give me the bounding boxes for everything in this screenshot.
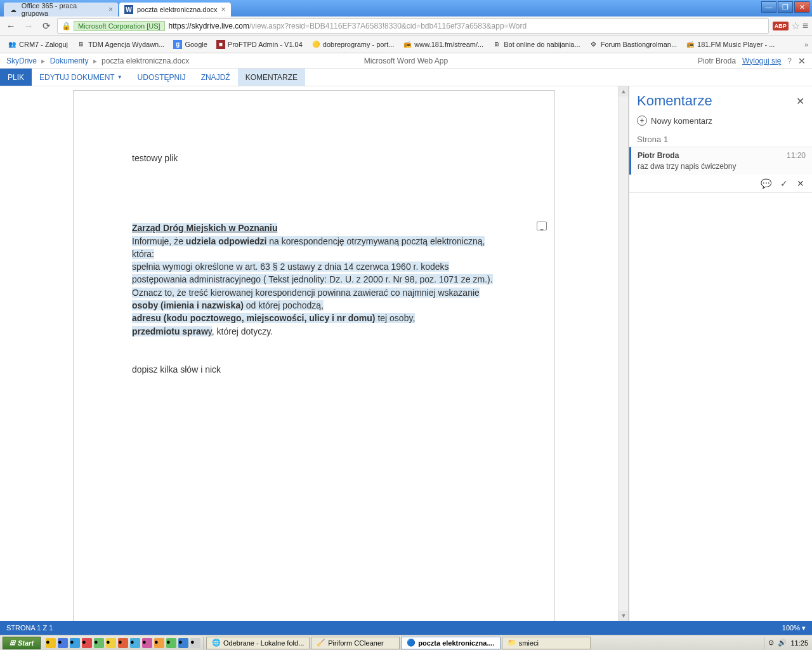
new-comment-label: Nowy komentarz xyxy=(651,116,712,126)
ql-icon[interactable]: ● xyxy=(130,638,140,648)
bookmark-item[interactable]: 🟡dobreprogramy - port... xyxy=(308,38,398,51)
ql-icon[interactable]: ● xyxy=(106,638,116,648)
browser-tab-active[interactable]: W poczta elektroniczna.docx × xyxy=(119,3,231,17)
resolve-icon[interactable]: ✓ xyxy=(780,178,788,189)
status-page[interactable]: STRONA 1 Z 1 xyxy=(6,624,53,632)
tab-title: Office 365 - praca grupowa xyxy=(22,2,105,17)
word-icon: W xyxy=(124,5,133,14)
ql-icon[interactable]: ● xyxy=(178,638,188,648)
scrollbar[interactable]: ▲ ▼ xyxy=(618,86,628,621)
menu-icon[interactable]: ≡ xyxy=(802,20,808,32)
browser-tab-strip: ☁ Office 365 - praca grupowa × W poczta … xyxy=(0,0,812,17)
page-icon: 🗎 xyxy=(492,40,501,49)
scroll-up-icon[interactable]: ▲ xyxy=(619,86,628,96)
browser-tab-inactive[interactable]: ☁ Office 365 - praca grupowa × xyxy=(4,3,118,17)
delete-icon[interactable]: ✕ xyxy=(797,178,804,189)
document-page[interactable]: testowy plik Zarząd Dróg Miejskich w Poz… xyxy=(73,90,555,621)
taskbar-item[interactable]: 🧹Piriform CCleaner xyxy=(311,637,400,649)
help-icon[interactable]: ? xyxy=(787,56,792,65)
comment-time: 11:20 xyxy=(787,151,806,160)
ql-icon[interactable]: ● xyxy=(118,638,128,648)
close-icon[interactable]: × xyxy=(221,5,226,14)
tab-title: poczta elektroniczna.docx xyxy=(137,6,218,13)
back-button[interactable]: ← xyxy=(4,19,18,33)
text-title: Zarząd Dróg Miejskich w Poznaniu xyxy=(132,223,277,233)
taskbar-item-active[interactable]: 🔵poczta elektroniczna.... xyxy=(401,637,500,649)
bookmark-icon: 👥 xyxy=(8,40,16,49)
close-icon[interactable]: ✕ xyxy=(796,95,804,107)
ribbon-tab-file[interactable]: PLIK xyxy=(0,69,32,86)
ql-icon[interactable]: ● xyxy=(154,638,164,648)
ql-icon[interactable]: ● xyxy=(46,638,56,648)
close-icon[interactable]: × xyxy=(108,5,113,14)
document-container: testowy plik Zarząd Dróg Miejskich w Poz… xyxy=(0,86,812,621)
window-controls: — ❐ ✕ xyxy=(761,1,809,13)
tray-icon[interactable]: 🔊 xyxy=(778,639,787,647)
bookmark-icon: ■ xyxy=(216,40,225,49)
close-button[interactable]: ✕ xyxy=(794,1,809,13)
clock[interactable]: 11:25 xyxy=(790,639,808,647)
user-name: Piotr Broda xyxy=(698,56,736,65)
ribbon-tab-share[interactable]: UDOSTĘPNIJ xyxy=(130,69,193,86)
ql-icon[interactable]: ● xyxy=(58,638,68,648)
reload-button[interactable]: ⟳ xyxy=(39,19,53,33)
app-header: SkyDrive ▸ Dokumenty ▸ poczta elektronic… xyxy=(0,53,812,69)
bookmark-item[interactable]: ⚙Forum Bastiongrolman... xyxy=(586,38,681,51)
ribbon-tab-comments[interactable]: KOMENTARZE xyxy=(238,69,305,86)
ribbon-tab-find[interactable]: ZNAJDŹ xyxy=(193,69,238,86)
ql-icon[interactable]: ● xyxy=(70,638,80,648)
taskbar-item[interactable]: 📁smieci xyxy=(502,637,591,649)
status-bar: STRONA 1 Z 1 100% ▾ xyxy=(0,621,812,635)
minimize-button[interactable]: — xyxy=(761,1,776,13)
logout-link[interactable]: Wyloguj się xyxy=(742,56,781,65)
new-comment-button[interactable]: + Nowy komentarz xyxy=(629,114,812,132)
breadcrumb-root[interactable]: SkyDrive xyxy=(6,56,37,65)
text-bold: osoby (imienia i nazwiska) xyxy=(132,300,244,310)
scroll-down-icon[interactable]: ▼ xyxy=(619,611,628,621)
breadcrumb-folder[interactable]: Dokumenty xyxy=(50,56,89,65)
bookmarks-overflow[interactable]: » xyxy=(804,41,808,48)
abp-icon[interactable]: ABP xyxy=(773,22,789,30)
ql-icon[interactable]: ● xyxy=(142,638,152,648)
comment-marker-icon[interactable] xyxy=(537,222,547,230)
taskbar: ⊞ Start ● ● ● ● ● ● ● ● ● ● ● ● ● 🌐Odebr… xyxy=(0,635,812,650)
tray-icon[interactable]: ⊙ xyxy=(768,639,774,647)
forward-button[interactable]: → xyxy=(22,19,36,33)
lock-icon: 🔒 xyxy=(62,22,71,30)
url-bar[interactable]: 🔒 Microsoft Corporation [US] https://sky… xyxy=(57,18,769,34)
ribbon-tab-edit[interactable]: EDYTUJ DOKUMENT▼ xyxy=(32,69,130,86)
app-icon: 🧹 xyxy=(317,639,325,647)
comment-item[interactable]: Piotr Broda 11:20 raz dwa trzy napis ćwi… xyxy=(629,147,812,175)
bookmark-item[interactable]: 🗎Bot online do nabijania... xyxy=(488,38,584,51)
ql-icon[interactable]: ● xyxy=(166,638,176,648)
status-zoom[interactable]: 100% ▾ xyxy=(782,624,806,632)
taskbar-item[interactable]: 🌐Odebrane - Lokalne fold... xyxy=(206,637,310,649)
bookmark-icon: 📻 xyxy=(403,40,412,49)
bookmarks-bar: 👥CRM7 - Zaloguj 🗎TDM Agencja Wydawn... g… xyxy=(0,36,812,53)
page-icon: 🗎 xyxy=(77,40,86,49)
star-icon[interactable]: ☆ xyxy=(791,20,800,32)
reply-icon[interactable]: 💬 xyxy=(761,178,771,189)
app-icon: 🌐 xyxy=(212,639,221,647)
ql-icon[interactable]: ● xyxy=(82,638,92,648)
bookmark-item[interactable]: 📻www.181.fm/stream/... xyxy=(399,38,487,51)
maximize-button[interactable]: ❐ xyxy=(778,1,793,13)
close-icon[interactable]: ✕ xyxy=(798,56,806,66)
system-tray: ⊙ 🔊 11:25 xyxy=(764,637,812,649)
bookmark-icon: 📻 xyxy=(686,40,695,49)
document-scroll-area[interactable]: testowy plik Zarząd Dróg Miejskich w Poz… xyxy=(0,86,628,621)
bookmark-icon: ⚙ xyxy=(589,40,598,49)
bookmark-item[interactable]: 📻181.FM Music Player - ... xyxy=(682,38,778,51)
breadcrumb-file: poczta elektroniczna.docx xyxy=(102,56,189,65)
breadcrumb: SkyDrive ▸ Dokumenty ▸ poczta elektronic… xyxy=(6,56,189,65)
chrome-icon: 🔵 xyxy=(407,639,416,647)
start-button[interactable]: ⊞ Start xyxy=(3,637,41,649)
windows-icon: ⊞ xyxy=(10,639,15,647)
bookmark-item[interactable]: 🗎TDM Agencja Wydawn... xyxy=(73,38,168,51)
comments-title: Komentarze xyxy=(637,93,712,109)
bookmark-item[interactable]: ■ProFTPD Admin - V1.04 xyxy=(213,38,306,51)
bookmark-item[interactable]: gGoogle xyxy=(169,38,211,51)
ql-icon[interactable]: ● xyxy=(94,638,104,648)
bookmark-item[interactable]: 👥CRM7 - Zaloguj xyxy=(4,38,72,51)
ql-icon[interactable]: ● xyxy=(190,638,200,648)
